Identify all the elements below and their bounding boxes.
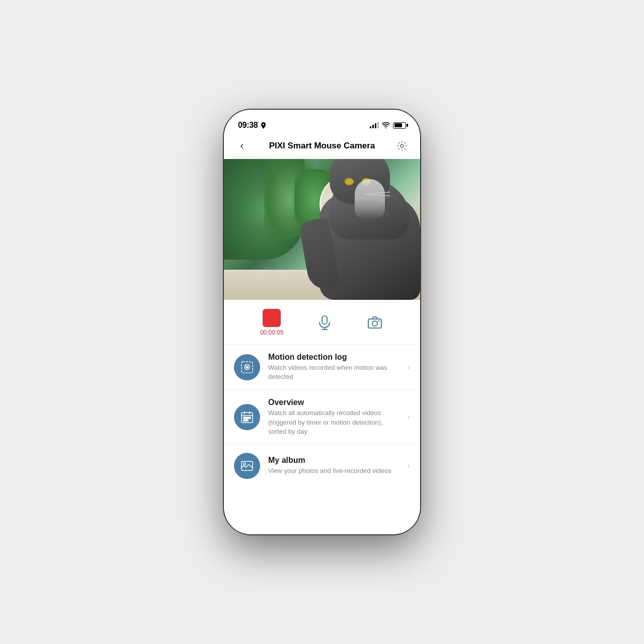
menu-item-overview[interactable]: Overview Watch all automatically recoded… <box>224 390 420 445</box>
album-icon <box>240 459 254 473</box>
svg-rect-15 <box>244 417 246 419</box>
overview-subtitle: Watch all automatically recoded videos (… <box>268 409 399 436</box>
svg-point-6 <box>372 321 377 326</box>
svg-rect-19 <box>246 420 248 421</box>
controls-row: 00:00:05 <box>224 300 420 345</box>
settings-button[interactable] <box>394 138 410 154</box>
camera-icon <box>367 315 382 330</box>
overview-title: Overview <box>268 398 399 407</box>
record-timer: 00:00:05 <box>260 329 284 336</box>
svg-rect-17 <box>249 417 251 419</box>
wifi-icon <box>382 122 390 128</box>
location-icon <box>261 122 266 129</box>
record-button[interactable]: 00:00:05 <box>260 309 284 336</box>
svg-point-7 <box>378 320 380 322</box>
album-subtitle: View your photos and live-recorded video… <box>268 466 399 475</box>
svg-rect-5 <box>368 319 381 328</box>
status-bar: 09:38 <box>224 110 420 134</box>
svg-rect-16 <box>246 417 248 419</box>
overview-icon-circle <box>234 404 260 430</box>
nav-bar: ‹ PIXI Smart Mouse Camera <box>224 134 420 159</box>
motion-detection-chevron: › <box>408 363 410 372</box>
svg-point-10 <box>246 366 248 368</box>
battery-icon <box>393 122 406 129</box>
svg-rect-18 <box>244 420 246 421</box>
motion-detection-subtitle: Watch videos recorded when motion was de… <box>268 363 399 381</box>
camera-button[interactable] <box>366 313 384 332</box>
album-icon-circle <box>234 453 260 479</box>
nav-title: PIXI Smart Mouse Camera <box>250 141 394 151</box>
status-time: 09:38 <box>238 121 258 130</box>
back-button[interactable]: ‹ <box>234 139 250 152</box>
menu-list: Motion detection log Watch videos record… <box>224 345 420 534</box>
svg-point-1 <box>400 144 404 147</box>
status-icons <box>370 122 406 129</box>
album-text: My album View your photos and live-recor… <box>268 456 399 475</box>
motion-detection-text: Motion detection log Watch videos record… <box>268 353 399 381</box>
phone-device: 09:38 <box>224 110 420 534</box>
svg-point-21 <box>244 463 246 465</box>
svg-rect-2 <box>322 316 327 324</box>
overview-icon <box>240 410 254 424</box>
overview-text: Overview Watch all automatically recoded… <box>268 398 399 436</box>
album-title: My album <box>268 456 399 465</box>
motion-detection-title: Motion detection log <box>268 353 399 362</box>
microphone-button[interactable] <box>315 313 334 332</box>
mic-icon <box>317 315 332 330</box>
signal-icon <box>370 122 379 128</box>
svg-point-0 <box>263 124 264 125</box>
gear-icon <box>396 140 408 151</box>
camera-feed[interactable] <box>224 159 420 300</box>
motion-detection-icon-circle <box>234 354 260 380</box>
menu-item-motion-detection[interactable]: Motion detection log Watch videos record… <box>224 345 420 390</box>
menu-item-album[interactable]: My album View your photos and live-recor… <box>224 445 420 487</box>
overview-chevron: › <box>408 413 410 422</box>
cat-silhouette <box>299 164 420 300</box>
motion-detection-icon <box>240 360 254 374</box>
phone-screen: 09:38 <box>224 110 420 534</box>
record-icon <box>263 309 281 327</box>
album-chevron: › <box>408 461 410 470</box>
